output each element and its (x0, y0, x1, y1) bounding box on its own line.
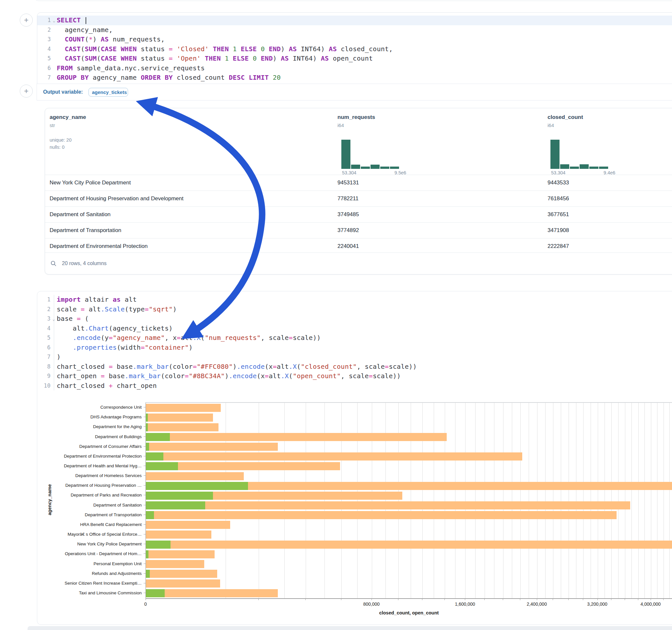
code-token: open_count (329, 54, 373, 62)
code-token: AS (101, 35, 109, 43)
cell-num-requests: 9453131 (337, 175, 359, 191)
code-token (269, 74, 273, 81)
x-axis-tick (258, 598, 259, 600)
code-token: .X (281, 372, 289, 380)
gridline (423, 403, 423, 598)
line-number: 5 (37, 333, 54, 343)
code-text: chart_closed + chart_open (54, 381, 157, 391)
code-token (57, 343, 73, 351)
code-text: chart_closed = base.mark_bar(color="#FFC… (54, 362, 417, 372)
plus-icon: + (24, 16, 28, 24)
code-token: .encode (237, 363, 265, 370)
x-axis-tick (305, 598, 306, 600)
x-axis-tick (341, 598, 341, 600)
bar-open-count (146, 453, 163, 461)
cell-agency-name: New York City Police Department (50, 175, 130, 191)
table-row[interactable]: Department of Environmental Protection22… (45, 238, 672, 254)
y-axis-label: New York City Police Department (77, 541, 142, 547)
output-variable-pill[interactable]: agency_tickets (89, 88, 128, 97)
gridline (553, 403, 553, 598)
chevron-down-icon[interactable]: ⌄ (52, 314, 55, 324)
code-line[interactable]: 10chart_closed + chart_open (37, 381, 672, 391)
code-token: "closed_count" (301, 363, 357, 370)
code-token: "container" (145, 343, 189, 351)
code-token: = (109, 363, 113, 370)
column-header-num-requests[interactable]: num_requests i64 (337, 108, 375, 128)
code-token: BY (81, 74, 89, 81)
cell-num-requests: 2240041 (337, 239, 359, 254)
code-line[interactable]: 3⌄base = ( (37, 314, 672, 324)
code-line[interactable]: 7) (37, 352, 672, 362)
code-token: base (57, 315, 77, 322)
code-line[interactable]: 3 COUNT(*) AS num_requests, (37, 35, 672, 44)
search-icon[interactable] (50, 260, 57, 267)
code-token: AS (281, 54, 289, 62)
code-token (221, 54, 225, 62)
text-cursor (86, 17, 86, 24)
code-token: "open_count" (293, 372, 341, 380)
cell-agency-name: Department of Environmental Protection (50, 239, 147, 254)
code-token: "agency_name" (113, 334, 165, 342)
bar-closed-count (146, 550, 215, 558)
code-line[interactable]: 4 CAST(SUM(CASE WHEN status = 'Closed' T… (37, 44, 672, 54)
x-axis-tick (445, 598, 445, 600)
gridline (503, 403, 503, 598)
code-token: COUNT (65, 35, 85, 43)
column-title: closed_count (548, 108, 583, 121)
bar-open-count (146, 501, 205, 509)
code-line[interactable]: 6 .properties(width="container") (37, 343, 672, 353)
code-line[interactable]: 1import altair as alt (37, 295, 672, 305)
code-token: "sqrt" (149, 305, 173, 313)
code-token: = (77, 315, 81, 322)
gridline (372, 403, 372, 598)
bar-open-count (146, 570, 150, 578)
code-line[interactable]: 5 CAST(SUM(CASE WHEN status = 'Open' THE… (37, 54, 672, 64)
table-row[interactable]: Department of Housing Preservation and D… (45, 191, 672, 207)
bar-open-count (146, 550, 148, 558)
gridline (569, 403, 569, 598)
code-line[interactable]: 4 alt.Chart(agency_tickets) (37, 324, 672, 334)
code-token: + (109, 382, 113, 390)
sql-code-editor[interactable]: 1⌄SELECT 2 agency_name,3 COUNT(*) AS num… (37, 16, 672, 83)
code-line[interactable]: 2 agency_name, (37, 25, 672, 35)
x-axis-label: 3,200,000 (587, 602, 607, 607)
line-number: 4 (37, 324, 54, 334)
y-axis-label: Personal Exemption Unit (93, 561, 142, 566)
line-number: 1 (37, 295, 54, 305)
code-line[interactable]: 2scale = alt.Scale(type="sqrt") (37, 305, 672, 314)
column-header-closed-count[interactable]: closed_count i64 (548, 108, 583, 128)
code-line[interactable]: 9chart_open = base.mark_bar(color="#8BC3… (37, 371, 672, 381)
python-code-editor[interactable]: 1import altair as alt2scale = alt.Scale(… (37, 295, 672, 390)
chevron-down-icon[interactable]: ⌄ (53, 16, 55, 26)
cell-closed-count: 3471908 (548, 223, 569, 238)
column-header-agency-name[interactable]: agency_name str unique: 20 nulls: 0 (50, 108, 86, 151)
code-line[interactable]: 7GROUP BY agency_name ORDER BY closed_co… (37, 73, 672, 83)
bar-closed-count (146, 531, 211, 539)
bar-closed-count (146, 472, 244, 480)
code-line[interactable]: 8chart_closed = base.mark_bar(color="#FF… (37, 362, 672, 372)
code-token: scale)) (373, 372, 401, 380)
table-row[interactable]: Department of Sanitation37494853677651 (45, 207, 672, 222)
histogram-bar (351, 165, 360, 169)
code-token: = (273, 363, 277, 370)
code-text: CAST(SUM(CASE WHEN status = 'Closed' THE… (54, 44, 393, 54)
gridline (385, 403, 386, 598)
chart-x-axis: 0800,0001,600,0002,400,0003,200,0004,000… (146, 598, 672, 611)
y-axis-label: Department of Sanitation (93, 502, 142, 507)
gridline (638, 403, 639, 598)
add-cell-button-top[interactable]: + (20, 14, 33, 27)
cell-agency-name: Department of Housing Preservation and D… (50, 191, 184, 207)
code-text: GROUP BY agency_name ORDER BY closed_cou… (54, 73, 281, 83)
bar-closed-count (146, 589, 278, 597)
table-row[interactable]: New York City Police Department945313194… (45, 175, 672, 191)
x-axis-tick (422, 598, 423, 600)
code-line[interactable]: 6FROM sample_data.nyc.service_requests (37, 64, 672, 73)
bar-open-count (146, 482, 248, 490)
table-row[interactable]: Department of Transportation377489234719… (45, 222, 672, 238)
code-line[interactable]: 1⌄SELECT (37, 16, 672, 25)
add-cell-button-middle[interactable]: + (20, 84, 33, 98)
code-line[interactable]: 5 .encode(y="agency_name", x=alt.X("num_… (37, 333, 672, 343)
y-axis-label: Department for the Aging (93, 424, 142, 429)
x-axis-tick (537, 598, 537, 600)
y-axis-label: Department of Consumer Affairs (79, 444, 142, 449)
